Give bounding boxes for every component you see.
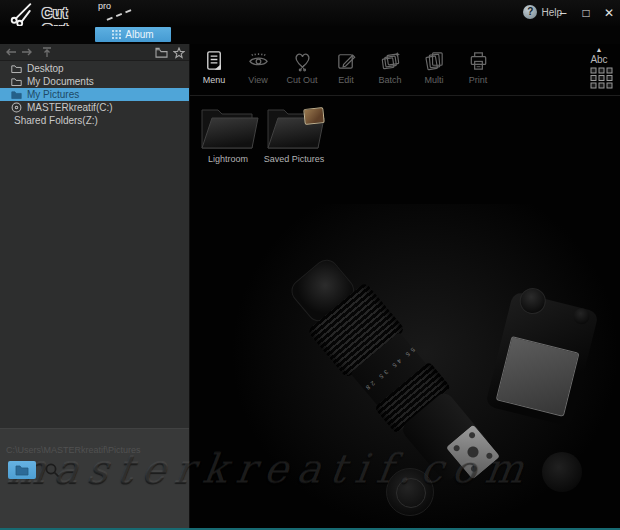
album-tab[interactable]: Album — [95, 27, 171, 42]
favorites-star-icon[interactable] — [173, 47, 185, 59]
folder-view-icon[interactable] — [155, 47, 168, 58]
question-icon: ? — [523, 5, 537, 19]
current-path: C:\Users\MASTERkreatif\Pictures — [6, 445, 141, 455]
toolbar-label: Print — [469, 75, 488, 85]
sidebar-bottom-panel — [0, 428, 189, 530]
camera-lcd-screen — [496, 336, 580, 417]
toolbar-multi-button[interactable]: Multi — [412, 44, 456, 96]
batch-icon — [379, 49, 402, 72]
tree-item-label: MASTERkreatif(C:) — [27, 102, 113, 113]
drive-icon — [11, 102, 22, 113]
sidebar-item-my-documents[interactable]: My Documents — [0, 75, 189, 88]
pro-badge: pro — [98, 1, 111, 11]
heart-scissors-icon — [291, 49, 314, 72]
sort-button[interactable]: ▲ Abc — [586, 46, 612, 65]
multi-icon — [423, 49, 446, 72]
toolbar-label: Batch — [378, 75, 401, 85]
sort-ascending-icon: ▲ — [586, 46, 612, 54]
toolbar-label: Edit — [338, 75, 354, 85]
sidebar-item-drive-c[interactable]: MASTERkreatif(C:) — [0, 101, 189, 114]
tree-item-label: Desktop — [27, 63, 64, 74]
folder-icon — [15, 464, 29, 476]
forward-arrow-icon[interactable] — [21, 47, 33, 57]
toolbar-print-button[interactable]: Print — [456, 44, 500, 96]
toolbar-edit-button[interactable]: Edit — [324, 44, 368, 96]
folder-open-icon — [11, 90, 22, 100]
sidebar-item-shared-folders[interactable]: Shared Folders(Z:) — [0, 114, 189, 127]
edit-icon — [335, 49, 358, 72]
folder-large-icon — [196, 100, 260, 152]
tab-strip: Album — [0, 26, 620, 44]
back-arrow-icon[interactable] — [5, 47, 17, 57]
toolbar-view-button[interactable]: View — [236, 44, 280, 96]
toolbar-label: View — [248, 75, 267, 85]
folder-item-saved-pictures[interactable]: Saved Pictures — [262, 100, 326, 164]
sort-label: Abc — [586, 54, 612, 65]
toolbar-label: Menu — [203, 75, 226, 85]
album-grid-icon — [112, 30, 121, 39]
tree-item-label: My Documents — [27, 76, 94, 87]
folder-tree: Desktop My Documents My Pictures MASTERk… — [0, 62, 189, 127]
window-controls: – □ ✕ — [556, 0, 616, 26]
maximize-button[interactable]: □ — [579, 6, 593, 20]
folder-icon — [11, 64, 22, 74]
main-area: Menu View Cut Out Edit — [190, 44, 620, 530]
lens-cap — [386, 468, 434, 516]
folder-item-label: Lightroom — [196, 154, 260, 164]
toolbar-menu-button[interactable]: Menu — [192, 44, 236, 96]
photo-thumbnail — [303, 107, 325, 125]
folder-item-lightroom[interactable]: Lightroom — [196, 100, 260, 164]
sidebar: Desktop My Documents My Pictures MASTERk… — [0, 44, 190, 530]
camera-knob — [542, 452, 582, 492]
tree-item-label: Shared Folders(Z:) — [14, 115, 98, 126]
sidebar-item-desktop[interactable]: Desktop — [0, 62, 189, 75]
minimize-button[interactable]: – — [556, 6, 570, 20]
print-icon — [467, 49, 490, 72]
close-button[interactable]: ✕ — [602, 6, 616, 20]
app-window: Cut Out pro ? Help – □ ✕ Album — [0, 0, 620, 530]
toolbar-batch-button[interactable]: Batch — [368, 44, 412, 96]
folder-item-label: Saved Pictures — [262, 154, 326, 164]
folder-icon — [11, 77, 22, 87]
main-toolbar: Menu View Cut Out Edit — [190, 44, 620, 96]
camera-small-dial — [572, 307, 591, 326]
album-tab-label: Album — [125, 29, 153, 40]
up-level-icon[interactable] — [42, 47, 52, 58]
toolbar-label: Cut Out — [286, 75, 317, 85]
scissors-icon — [5, 1, 39, 26]
thumbnail-size-grid-icon[interactable] — [590, 67, 613, 89]
toolbar-label: Multi — [424, 75, 443, 85]
eye-icon — [247, 49, 270, 72]
zoom-search-button[interactable] — [44, 462, 61, 479]
sidebar-nav-bar — [0, 44, 189, 61]
menu-icon — [203, 49, 226, 72]
sidebar-item-my-pictures[interactable]: My Pictures — [0, 88, 189, 101]
title-bar: Cut Out pro ? Help – □ ✕ — [0, 0, 620, 26]
toolbar-cutout-button[interactable]: Cut Out — [280, 44, 324, 96]
tree-item-label: My Pictures — [27, 89, 79, 100]
browse-folder-button[interactable] — [8, 461, 36, 479]
